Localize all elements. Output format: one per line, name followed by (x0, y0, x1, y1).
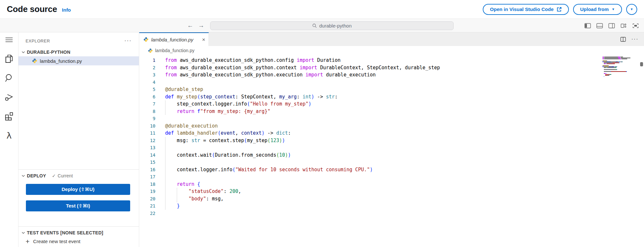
toggle-primary-sidebar-icon[interactable] (584, 23, 591, 28)
line-number: 14 (139, 152, 155, 159)
minimap-content (603, 57, 630, 78)
code-line[interactable]: 8 return f"from my_step: {my_arg}" (139, 108, 644, 115)
close-tab-icon[interactable]: × (202, 37, 205, 42)
code-line[interactable]: 14 context.wait(Duration.from_seconds(10… (139, 152, 644, 159)
file-lambda-function[interactable]: lambda_function.py (18, 56, 139, 65)
code-line[interactable]: 19 "statusCode": 200, (139, 188, 644, 195)
line-number: 16 (139, 166, 155, 174)
more-actions-button[interactable]: ▼ (626, 4, 637, 15)
create-test-event-label: Create new test event (33, 239, 80, 244)
explorer-header: EXPLORER ··· (18, 36, 139, 45)
line-number: 22 (139, 210, 155, 217)
code-line[interactable]: 15 (139, 159, 644, 166)
breadcrumb[interactable]: lambda_function.py (139, 46, 644, 55)
deploy-status: ✓ Current (52, 173, 73, 178)
deploy-section-header[interactable]: DEPLOY ✓ Current (18, 172, 139, 180)
editor-more-actions-icon[interactable]: ··· (631, 36, 638, 42)
code-line[interactable]: 1from aws_durable_execution_sdk_python.c… (139, 57, 644, 64)
line-number: 21 (139, 202, 155, 210)
code-editor[interactable]: 1from aws_durable_execution_sdk_python.c… (139, 55, 644, 247)
upload-from-button[interactable]: Upload from ▼ (573, 4, 622, 15)
caret-down-icon: ▼ (612, 8, 615, 11)
folder-durable-python[interactable]: DURABLE-PYTHON (18, 48, 139, 56)
breadcrumb-file: lambda_function.py (155, 48, 194, 53)
code-line[interactable]: 10@durable_execution (139, 122, 644, 130)
editor-group: lambda_function.py × ··· lambda_function… (139, 32, 644, 247)
search-view-icon[interactable] (4, 73, 14, 83)
code-line[interactable]: 17 (139, 173, 644, 181)
chevron-down-icon (22, 51, 25, 53)
code-line[interactable]: 13 (139, 144, 644, 152)
code-line[interactable]: 6def my_step(step_context: StepContext, … (139, 93, 644, 101)
tab-lambda-function[interactable]: lambda_function.py × (139, 32, 209, 46)
line-number: 9 (139, 115, 155, 122)
sidebar-divider (18, 169, 139, 170)
extensions-icon[interactable] (4, 112, 14, 121)
line-number: 17 (139, 173, 155, 181)
chevron-down-icon (22, 231, 25, 234)
file-name: lambda_function.py (40, 58, 82, 64)
line-number: 4 (139, 79, 155, 86)
code-content: 1from aws_durable_execution_sdk_python.c… (139, 55, 644, 217)
test-button[interactable]: Test (⇧⌘I) (26, 200, 130, 211)
code-line[interactable]: 20 "body": msg, (139, 195, 644, 203)
minimap[interactable] (603, 57, 630, 78)
explorer-more-actions-icon[interactable]: ··· (124, 38, 132, 44)
code-line[interactable]: 4 (139, 79, 644, 86)
create-test-event-button[interactable]: + Create new test event (18, 237, 139, 246)
scrollbar-thumb[interactable] (640, 62, 643, 66)
code-line[interactable]: 12 msg: str = context.step(my_step(123)) (139, 137, 644, 144)
run-debug-icon[interactable] (4, 93, 14, 102)
line-number: 13 (139, 144, 155, 152)
navigate-back-button[interactable]: ← (187, 22, 193, 29)
upload-from-label: Upload from (580, 6, 609, 12)
code-line[interactable]: 11def lambda_handler(event, context) -> … (139, 129, 644, 137)
code-line[interactable]: 16 context.logger.info("Waited for 10 se… (139, 166, 644, 174)
code-line[interactable]: 18 return { (139, 181, 644, 188)
folder-name: DURABLE-PYTHON (27, 50, 70, 55)
line-number: 1 (139, 57, 155, 64)
fullscreen-icon[interactable] (632, 23, 639, 28)
line-number: 6 (139, 93, 155, 101)
test-events-title: TEST EVENTS [NONE SELECTED] (27, 230, 103, 235)
search-value: durable-python (319, 23, 352, 28)
page-title: Code source (7, 4, 57, 14)
open-in-vscode-label: Open in Visual Studio Code (490, 6, 553, 12)
code-line[interactable]: 5@durable_step (139, 86, 644, 93)
header-actions: Open in Visual Studio Code Upload from ▼… (483, 4, 637, 15)
command-center-search[interactable]: durable-python (210, 21, 454, 30)
python-file-icon (148, 48, 153, 53)
code-line[interactable]: 22 (139, 210, 644, 217)
line-number: 18 (139, 181, 155, 188)
toggle-panel-icon[interactable] (596, 23, 603, 28)
code-line[interactable]: 9 (139, 115, 644, 122)
line-number: 10 (139, 122, 155, 130)
open-in-vscode-button[interactable]: Open in Visual Studio Code (483, 4, 569, 15)
line-number: 8 (139, 108, 155, 115)
split-editor-icon[interactable] (620, 37, 626, 42)
activity-bar: λ (0, 32, 18, 247)
line-number: 19 (139, 188, 155, 195)
navigate-forward-button[interactable]: → (198, 22, 204, 29)
aws-lambda-icon[interactable]: λ (4, 131, 14, 140)
toggle-secondary-sidebar-icon[interactable] (608, 23, 615, 28)
code-lines: 1from aws_durable_execution_sdk_python.c… (139, 57, 644, 217)
menu-icon[interactable] (4, 35, 14, 44)
test-events-section-header[interactable]: TEST EVENTS [NONE SELECTED] (18, 229, 139, 237)
explorer-icon[interactable] (4, 54, 14, 63)
line-number: 5 (139, 86, 155, 93)
code-line[interactable]: 3from aws_durable_execution_sdk_python.e… (139, 71, 644, 79)
tab-bar: lambda_function.py × ··· (139, 32, 644, 46)
tab-label: lambda_function.py (151, 37, 193, 42)
explorer-title: EXPLORER (26, 39, 50, 43)
check-icon: ✓ (52, 173, 56, 178)
layout-controls (584, 19, 639, 32)
customize-layout-icon[interactable] (620, 23, 627, 28)
external-link-icon (557, 7, 562, 12)
code-line[interactable]: 2from aws_durable_execution_sdk_python.c… (139, 64, 644, 72)
code-line[interactable]: 7 step_context.logger.info("Hello from m… (139, 100, 644, 108)
line-number: 20 (139, 195, 155, 203)
code-line[interactable]: 21 } (139, 202, 644, 210)
deploy-button[interactable]: Deploy (⇧⌘U) (26, 184, 130, 195)
info-link[interactable]: Info (62, 7, 71, 13)
